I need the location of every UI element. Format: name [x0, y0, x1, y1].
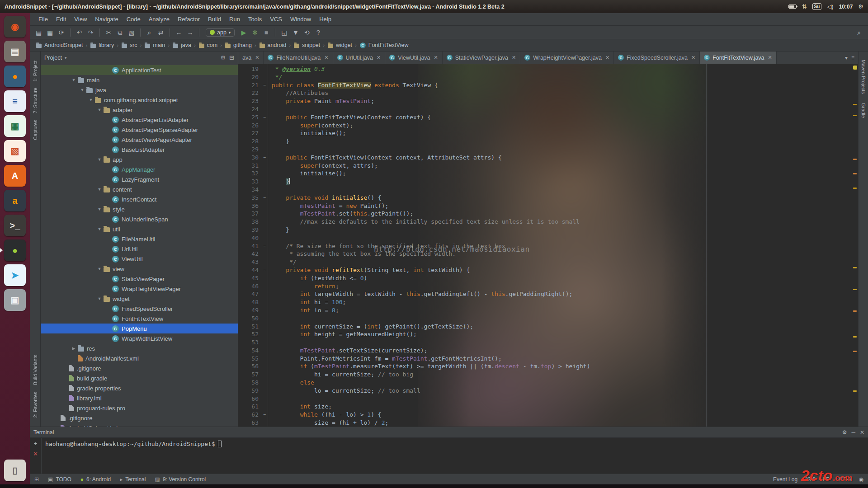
- menu-help[interactable]: Help: [315, 13, 335, 26]
- terminal-settings-icon[interactable]: ⚙: [842, 429, 847, 436]
- tree-item[interactable]: ▼util: [41, 224, 238, 234]
- stripe-mark[interactable]: [853, 289, 857, 290]
- tree-item[interactable]: .gitignore: [41, 413, 238, 423]
- stripe-mark[interactable]: [853, 336, 857, 338]
- menu-run[interactable]: Run: [225, 13, 244, 26]
- tool-button-captures[interactable]: Captures: [33, 120, 38, 140]
- tree-item[interactable]: CWrapWidthListView: [41, 333, 238, 343]
- debug-icon[interactable]: ✱: [250, 28, 260, 38]
- tab-ViewUtil-java[interactable]: CViewUtil.java✕: [385, 52, 443, 64]
- forward-icon[interactable]: →: [185, 28, 195, 38]
- launcher-libreoffice-impress[interactable]: ▧: [4, 140, 26, 162]
- help-icon[interactable]: ?: [313, 28, 323, 38]
- tab-ava[interactable]: ava✕: [238, 52, 264, 64]
- launcher-libreoffice-writer[interactable]: ≡: [4, 90, 26, 112]
- menu-window[interactable]: Window: [286, 13, 315, 26]
- tree-item[interactable]: CAbstractPagerListAdapter: [41, 115, 238, 125]
- breadcrumb-item[interactable]: src: [120, 42, 139, 48]
- save-all-icon[interactable]: ▦: [45, 28, 55, 38]
- back-icon[interactable]: ←: [174, 28, 184, 38]
- tool-button-project[interactable]: 1: Project: [33, 61, 38, 81]
- clock[interactable]: 10:07: [839, 4, 853, 10]
- tree-item[interactable]: CAppManager: [41, 164, 238, 174]
- sync-icon[interactable]: ⟳: [56, 28, 66, 38]
- find-icon[interactable]: ⌕: [144, 28, 155, 38]
- stripe-mark[interactable]: [853, 390, 857, 392]
- split-icon[interactable]: ≡: [851, 55, 854, 61]
- stripe-mark[interactable]: [853, 115, 857, 116]
- collapse-all-icon[interactable]: ⊟: [229, 54, 234, 61]
- tab-StaticViewPager-java[interactable]: CStaticViewPager.java✕: [443, 52, 520, 64]
- tool-button-structure[interactable]: 7: Structure: [33, 88, 38, 113]
- chevron-down-icon[interactable]: ▾: [65, 56, 67, 60]
- tab-close-icon[interactable]: ✕: [605, 55, 609, 61]
- statusbar-version-control[interactable]: ▨9: Version Control: [155, 476, 206, 483]
- menu-vcs[interactable]: VCS: [266, 13, 286, 26]
- run-icon[interactable]: ▶: [238, 28, 249, 38]
- breadcrumb-item[interactable]: snippet: [292, 42, 321, 48]
- tree-item[interactable]: CNoUnderlineSpan: [41, 214, 238, 224]
- breadcrumb-item[interactable]: githang: [223, 42, 253, 48]
- menu-build[interactable]: Build: [204, 13, 225, 26]
- tree-item[interactable]: ▼main: [41, 75, 238, 85]
- menu-file[interactable]: File: [34, 13, 52, 26]
- breadcrumb-item[interactable]: main: [143, 42, 166, 48]
- tab-close-icon[interactable]: ✕: [324, 55, 328, 61]
- tree-item[interactable]: CAbstractViewPagerAdapter: [41, 135, 238, 145]
- statusbar-toolbox[interactable]: ⊞: [34, 476, 39, 483]
- tree-arrow-icon[interactable]: ▼: [95, 157, 104, 162]
- tree-arrow-icon[interactable]: ▼: [95, 207, 104, 211]
- breadcrumb-item[interactable]: widget: [326, 42, 354, 48]
- fold-icon[interactable]: −: [261, 81, 268, 89]
- tab-close-icon[interactable]: ✕: [768, 55, 772, 61]
- launcher-terminal-app[interactable]: >_: [4, 215, 26, 236]
- tree-item[interactable]: library.iml: [41, 393, 238, 403]
- breadcrumb-item[interactable]: java: [171, 42, 193, 48]
- breadcrumb-item[interactable]: CFontFitTextView: [358, 42, 410, 49]
- tab-close-icon[interactable]: ✕: [377, 55, 381, 61]
- tree-item[interactable]: ▼com.githang.android.snippet: [41, 95, 238, 105]
- replace-icon[interactable]: ⇄: [156, 28, 166, 38]
- stripe-mark[interactable]: [853, 267, 857, 268]
- editor[interactable]: 192021−22232425−2627282930−3132333435−36…: [238, 64, 858, 427]
- tree-item[interactable]: CApplicationTest: [41, 65, 238, 75]
- stripe-mark[interactable]: [853, 188, 857, 189]
- tree-item[interactable]: CBaseListAdapter: [41, 145, 238, 155]
- undo-icon[interactable]: ↶: [74, 28, 85, 38]
- tree-item[interactable]: AndroidSnippet.iml: [41, 423, 238, 427]
- battery-icon[interactable]: [788, 5, 797, 9]
- tool-button-buildvariants[interactable]: Build Variants: [33, 355, 38, 385]
- search-everywhere-icon[interactable]: ⌕: [854, 28, 864, 38]
- tree-item[interactable]: CViewUtil: [41, 254, 238, 264]
- menu-analyze[interactable]: Analyze: [145, 13, 174, 26]
- stripe-mark[interactable]: [853, 104, 857, 105]
- tool-button-mavenprojects[interactable]: Maven Projects: [861, 60, 866, 94]
- stripe-mark[interactable]: [853, 310, 857, 312]
- cut-icon[interactable]: ✂: [104, 28, 114, 38]
- fold-icon[interactable]: −: [261, 411, 268, 419]
- tool-button-favorites[interactable]: 2: Favorites: [33, 392, 38, 418]
- tree-item[interactable]: .gitignore: [41, 363, 238, 373]
- tree-arrow-icon[interactable]: ▼: [95, 108, 104, 112]
- tree-arrow-icon[interactable]: ▼: [87, 98, 95, 102]
- copy-icon[interactable]: ⧉: [115, 28, 125, 38]
- tree-item[interactable]: CLazyFragment: [41, 174, 238, 184]
- tree-item[interactable]: gradle.properties: [41, 383, 238, 393]
- menu-tools[interactable]: Tools: [244, 13, 266, 26]
- minimize-icon[interactable]: ─: [851, 429, 855, 436]
- tab-UrlUtil-java[interactable]: CUrlUtil.java✕: [333, 52, 386, 64]
- launcher-image-viewer[interactable]: ▣: [4, 289, 26, 311]
- tab-close-icon[interactable]: ✕: [434, 55, 438, 61]
- tree-arrow-icon[interactable]: ▼: [70, 78, 78, 82]
- paste-icon[interactable]: ▧: [126, 28, 137, 38]
- statusbar-android[interactable]: ●6: Android: [80, 476, 111, 483]
- tree-item[interactable]: ▼content: [41, 184, 238, 194]
- new-session-icon[interactable]: +: [34, 440, 38, 447]
- menu-navigate[interactable]: Navigate: [91, 13, 122, 26]
- launcher-telegram[interactable]: ➤: [4, 264, 26, 286]
- tree-item[interactable]: ▼style: [41, 204, 238, 214]
- tree-item[interactable]: ▼view: [41, 264, 238, 274]
- statusbar-todo[interactable]: ▣TODO: [48, 476, 71, 483]
- fold-icon[interactable]: −: [261, 154, 268, 162]
- tree-item[interactable]: ▶res: [41, 343, 238, 353]
